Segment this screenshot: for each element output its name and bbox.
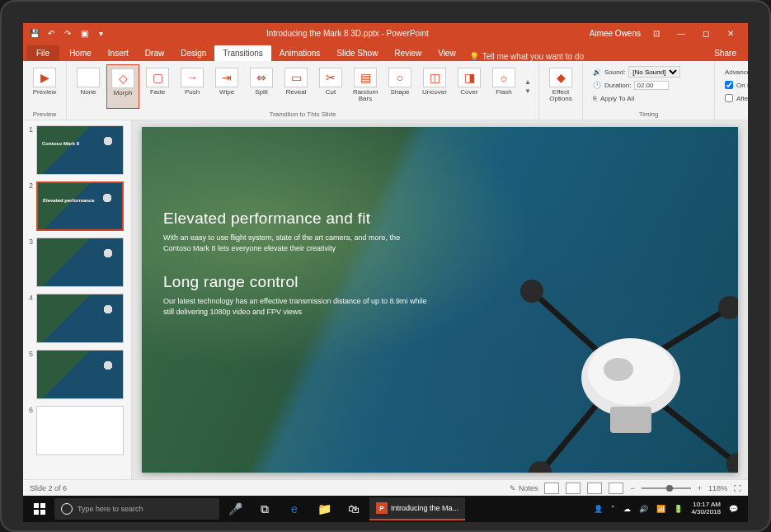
network-icon[interactable]: 📶 xyxy=(656,505,665,513)
transition-none[interactable]: None xyxy=(72,64,105,109)
start-button[interactable] xyxy=(26,497,53,520)
slide-editor-area[interactable]: Elevated performance and fit With an eas… xyxy=(132,120,748,479)
thumb-number: 2 xyxy=(26,181,33,231)
after-checkbox[interactable] xyxy=(725,94,733,102)
svg-rect-13 xyxy=(40,503,45,508)
tab-draw[interactable]: Draw xyxy=(137,45,172,61)
tab-view[interactable]: View xyxy=(430,45,464,61)
on-mouse-click-checkbox[interactable] xyxy=(725,81,733,89)
clock-icon: 🕐 xyxy=(593,82,601,89)
transition-shape[interactable]: ○Shape xyxy=(383,64,416,109)
ribbon-options-icon[interactable]: ⊡ xyxy=(646,26,667,40)
slide-thumbnail[interactable] xyxy=(36,406,124,455)
slide-thumbnail[interactable]: Contoso Mark 8 xyxy=(36,125,124,175)
svg-point-10 xyxy=(604,358,633,381)
zoom-level[interactable]: 118% xyxy=(708,484,727,492)
transition-cut[interactable]: ✂Cut xyxy=(314,64,347,109)
slide-heading-1[interactable]: Elevated performance and fit xyxy=(163,210,427,228)
tab-review[interactable]: Review xyxy=(386,45,430,61)
minimize-button[interactable]: — xyxy=(670,26,692,40)
file-explorer-icon[interactable]: 📁 xyxy=(310,497,338,520)
slide-body-1[interactable]: With an easy to use flight system, state… xyxy=(163,233,427,253)
people-icon[interactable]: 👤 xyxy=(594,505,603,513)
transition-icon: ▭ xyxy=(284,68,308,87)
tab-slideshow[interactable]: Slide Show xyxy=(328,45,386,61)
slide-thumbnail[interactable]: Elevated performance xyxy=(36,181,124,231)
tab-insert[interactable]: Insert xyxy=(100,45,137,61)
svg-rect-11 xyxy=(610,407,651,433)
redo-icon[interactable]: ↷ xyxy=(63,28,73,38)
battery-icon[interactable]: 🔋 xyxy=(674,505,683,513)
task-view-button[interactable]: ⧉ xyxy=(251,497,279,520)
slide-thumbnail[interactable] xyxy=(36,238,124,287)
start-from-beginning-icon[interactable]: ▣ xyxy=(79,28,89,38)
transition-fade[interactable]: ▢Fade xyxy=(141,64,174,109)
edge-icon[interactable]: e xyxy=(280,497,308,520)
apply-all-icon: ⎘ xyxy=(593,95,597,102)
transition-icon: ⇔ xyxy=(250,68,273,87)
slide-canvas[interactable]: Elevated performance and fit With an eas… xyxy=(142,127,738,473)
thumb-number: 1 xyxy=(26,125,33,175)
transition-random-bars[interactable]: ▤Random Bars xyxy=(349,64,382,109)
transition-wipe[interactable]: ⇥Wipe xyxy=(210,64,243,109)
transition-cover[interactable]: ◨Cover xyxy=(453,64,486,109)
svg-point-4 xyxy=(520,280,543,303)
ribbon-tabs: File Home Insert Draw Design Transitions… xyxy=(23,43,748,61)
transition-icon: ☼ xyxy=(492,68,515,87)
transition-reveal[interactable]: ▭Reveal xyxy=(280,64,313,109)
fit-to-window-button[interactable]: ⛶ xyxy=(734,484,741,492)
slide-heading-2[interactable]: Long range control xyxy=(163,273,427,291)
volume-icon[interactable]: 🔊 xyxy=(639,505,648,513)
title-bar: 💾 ↶ ↷ ▣ ▾ Introducing the Mark 8 3D.pptx… xyxy=(23,23,748,43)
taskbar-search[interactable]: Type here to search xyxy=(54,498,219,520)
zoom-in-button[interactable]: + xyxy=(698,484,702,492)
status-bar: Slide 2 of 6 ✎ Notes − + 118% ⛶ xyxy=(23,479,748,496)
workspace: 1Contoso Mark 82Elevated performance3456… xyxy=(23,120,748,479)
user-name[interactable]: Aimee Owens xyxy=(590,29,641,38)
slide-thumbnail-panel[interactable]: 1Contoso Mark 82Elevated performance3456 xyxy=(23,120,132,479)
slide-counter: Slide 2 of 6 xyxy=(30,484,67,492)
notes-button[interactable]: ✎ Notes xyxy=(510,484,538,492)
onedrive-icon[interactable]: ☁ xyxy=(623,505,631,513)
close-button[interactable]: ✕ xyxy=(720,26,741,40)
zoom-slider[interactable] xyxy=(642,487,691,489)
slide-thumbnail[interactable] xyxy=(36,350,124,399)
save-icon[interactable]: 💾 xyxy=(30,28,40,38)
slideshow-view-button[interactable] xyxy=(609,483,623,494)
tab-home[interactable]: Home xyxy=(61,45,100,61)
tell-me-search[interactable]: 💡 Tell me what you want to do xyxy=(469,52,584,61)
cortana-mic-icon[interactable]: 🎤 xyxy=(221,497,249,520)
effect-options-button[interactable]: ◆ Effect Options xyxy=(544,64,577,109)
preview-button[interactable]: ▶ Preview xyxy=(28,64,61,109)
transitions-gallery-more[interactable]: ▲▼ xyxy=(522,64,534,109)
tab-design[interactable]: Design xyxy=(172,45,214,61)
store-icon[interactable]: 🛍 xyxy=(340,497,368,520)
transition-flash[interactable]: ☼Flash xyxy=(487,64,520,109)
tab-animations[interactable]: Animations xyxy=(271,45,328,61)
share-button[interactable]: Share xyxy=(706,45,745,61)
transition-split[interactable]: ⇔Split xyxy=(245,64,278,109)
apply-to-all-button[interactable]: ⎘ Apply To All xyxy=(593,92,704,104)
tray-up-icon[interactable]: ˄ xyxy=(611,505,615,513)
transition-push[interactable]: →Push xyxy=(176,64,209,109)
transition-uncover[interactable]: ◫Uncover xyxy=(418,64,451,109)
thumb-number: 3 xyxy=(26,238,33,287)
powerpoint-taskbar-button[interactable]: P Introducing the Ma... xyxy=(369,497,465,520)
taskbar-clock[interactable]: 10:17 AM 4/30/2018 xyxy=(691,501,721,516)
slide-thumbnail[interactable] xyxy=(36,294,124,343)
sound-select[interactable]: [No Sound] xyxy=(628,66,680,78)
thumb-number: 6 xyxy=(26,406,33,455)
normal-view-button[interactable] xyxy=(544,483,559,494)
action-center-icon[interactable]: 💬 xyxy=(729,505,738,513)
file-tab[interactable]: File xyxy=(26,45,59,61)
transition-morph[interactable]: ◇Morph xyxy=(106,64,139,109)
qat-dropdown-icon[interactable]: ▾ xyxy=(96,28,106,38)
duration-input[interactable]: 02.00 xyxy=(634,81,669,90)
maximize-button[interactable]: ◻ xyxy=(695,26,717,40)
zoom-out-button[interactable]: − xyxy=(630,484,634,492)
tab-transitions[interactable]: Transitions xyxy=(214,45,271,61)
reading-view-button[interactable] xyxy=(587,483,602,494)
slide-body-2[interactable]: Our latest technology has an effective t… xyxy=(163,296,427,317)
sorter-view-button[interactable] xyxy=(566,483,581,494)
undo-icon[interactable]: ↶ xyxy=(46,28,56,38)
